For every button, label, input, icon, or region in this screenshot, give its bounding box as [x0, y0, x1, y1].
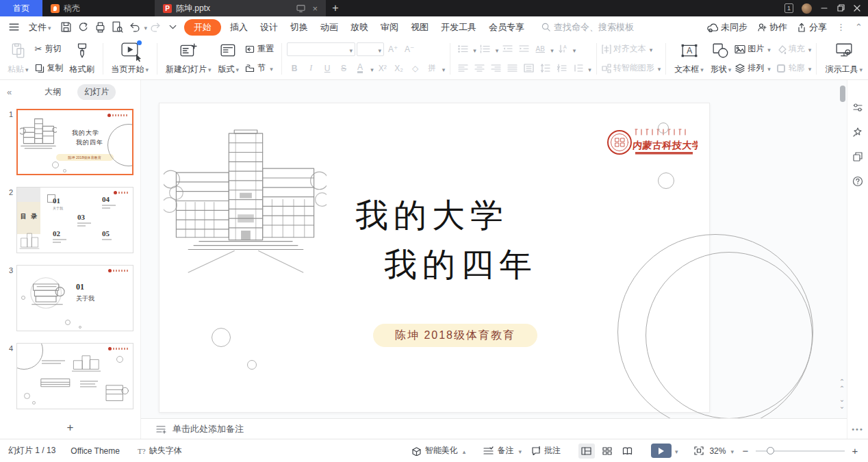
subscript-icon[interactable]	[392, 62, 407, 75]
thumbnail-row-4[interactable]: 4	[4, 343, 136, 409]
minimize-button[interactable]	[820, 4, 828, 12]
line-spacing-increase-icon[interactable]	[537, 62, 552, 75]
underline-icon[interactable]	[320, 62, 335, 75]
thumbnail-row-1[interactable]: 1 我的大学 我的四年 陈坤 2018级体育教育	[4, 109, 136, 175]
tab-home-ribbon[interactable]: 开始	[184, 19, 221, 36]
distribute-icon[interactable]	[521, 62, 536, 75]
zoom-out-button[interactable]: −	[741, 445, 750, 457]
add-slide-button[interactable]: +	[0, 421, 140, 435]
normal-view-button[interactable]	[578, 444, 595, 459]
justify-icon[interactable]	[505, 62, 520, 75]
notes-button[interactable]: 备注	[483, 445, 522, 457]
slide-thumbnail-1[interactable]: 我的大学 我的四年 陈坤 2018级体育教育	[16, 109, 133, 175]
redo-icon[interactable]	[150, 21, 162, 33]
align-center-icon[interactable]	[472, 62, 487, 75]
strikethrough-icon[interactable]	[336, 62, 351, 75]
screen-share-icon[interactable]	[296, 5, 305, 12]
numbered-list-icon[interactable]	[478, 42, 493, 56]
slide-subtitle[interactable]: 陈坤 2018级体育教育	[373, 324, 537, 347]
cut-button[interactable]: ✂剪切	[32, 41, 66, 57]
tab-design[interactable]: 设计	[254, 19, 284, 36]
fill-button[interactable]: 填充	[776, 41, 812, 57]
slide-thumbnail-4[interactable]	[16, 343, 133, 409]
missing-font-button[interactable]: 缺失字体	[138, 445, 182, 457]
slide-thumbnail-2[interactable]: 目 录 01关于我 04 03 02 05	[16, 187, 133, 253]
command-search[interactable]: 查找命令、搜索模板	[541, 21, 634, 34]
save-icon[interactable]	[60, 21, 72, 33]
increase-font-size-icon[interactable]	[385, 42, 400, 56]
slide-thumbnail-3[interactable]: 01 关于我	[16, 265, 133, 331]
decrease-indent-icon[interactable]	[500, 42, 515, 56]
text-direction-icon[interactable]	[533, 42, 548, 56]
editing-canvas[interactable]: 我的大学 我的四年 陈坤 2018级体育教育 内蒙古科技大学 ⌃⌃ ⌄⌄	[141, 80, 847, 418]
help-icon[interactable]	[852, 176, 863, 187]
avatar[interactable]	[802, 3, 812, 14]
play-from-current-button[interactable]: 当页开始	[108, 41, 153, 77]
vertical-scrollbar[interactable]	[840, 86, 845, 102]
theme-name[interactable]: Office Theme	[71, 446, 120, 456]
beautify-wand-icon[interactable]	[852, 127, 863, 138]
tab-insert[interactable]: 插入	[224, 19, 254, 36]
hamburger-menu-icon[interactable]	[8, 21, 20, 33]
line-spacing-icon[interactable]	[570, 62, 585, 75]
print-preview-icon[interactable]	[112, 21, 123, 33]
italic-icon[interactable]	[303, 62, 318, 75]
tab-document[interactable]: P 陈坤.pptx ×	[155, 0, 326, 16]
presentation-tools-button[interactable]: 演示工具	[821, 41, 866, 77]
reset-button[interactable]: 重置	[242, 41, 277, 57]
tab-transitions[interactable]: 切换	[284, 19, 314, 36]
new-tab-button[interactable]: +	[326, 0, 345, 16]
close-tab-icon[interactable]: ×	[312, 3, 318, 14]
tab-animation[interactable]: 动画	[314, 19, 344, 36]
more-options-icon[interactable]: ⋮	[837, 22, 845, 32]
decrease-font-size-icon[interactable]	[402, 42, 417, 56]
tab-view[interactable]: 视图	[405, 19, 435, 36]
superscript-icon[interactable]	[375, 62, 390, 75]
smart-beautify-button[interactable]: 智能美化	[411, 445, 466, 457]
section-button[interactable]: 节	[242, 60, 277, 77]
slide-sorter-view-button[interactable]	[599, 444, 615, 459]
zoom-in-button[interactable]: +	[850, 445, 860, 457]
sync-status-button[interactable]: 未同步	[707, 21, 748, 34]
customize-toolbar-icon[interactable]	[167, 21, 179, 33]
paste-button[interactable]: 粘贴	[4, 41, 32, 77]
next-slide-icon[interactable]: ⌄⌄	[838, 396, 846, 410]
sort-text-icon[interactable]: A	[555, 42, 570, 56]
zoom-slider[interactable]	[756, 450, 845, 452]
tab-review[interactable]: 审阅	[374, 19, 405, 36]
tab-devtools[interactable]: 开发工具	[435, 19, 483, 36]
more-tools-icon[interactable]: •••	[852, 425, 864, 433]
tab-member[interactable]: 会员专享	[483, 19, 531, 36]
fit-slide-button[interactable]	[694, 446, 704, 455]
arrange-button[interactable]: 排列	[735, 60, 771, 77]
notes-bar[interactable]: 单击此处添加备注	[141, 418, 847, 439]
format-painter-button[interactable]: 格式刷	[66, 41, 98, 77]
align-text-button[interactable]: 对齐文本	[602, 41, 661, 57]
collaborate-button[interactable]: 协作	[757, 21, 787, 34]
zoom-slider-handle[interactable]	[767, 447, 774, 454]
slide-title[interactable]: 我的大学 我的四年	[276, 191, 588, 290]
window-list-button[interactable]: 1	[784, 3, 793, 13]
outline-button[interactable]: 轮廓	[776, 60, 812, 77]
chevron-down-icon[interactable]	[674, 446, 678, 456]
align-left-icon[interactable]	[455, 62, 470, 75]
close-window-button[interactable]	[853, 4, 861, 12]
home-tab[interactable]: 首页	[0, 0, 42, 16]
menu-file[interactable]: 文件	[23, 19, 58, 36]
picture-button[interactable]: 图片	[735, 41, 771, 57]
textbox-button[interactable]: A 文本框	[671, 41, 707, 77]
reading-view-button[interactable]	[620, 444, 636, 459]
bold-icon[interactable]	[287, 62, 302, 75]
thumbnail-row-2[interactable]: 2 目 录 01关于我 04 03 02 05	[4, 187, 136, 253]
font-size-select[interactable]	[357, 42, 384, 56]
tab-slideshow[interactable]: 放映	[344, 19, 374, 36]
convert-smartart-button[interactable]: 转智能图形	[602, 60, 661, 77]
print-icon[interactable]	[94, 21, 106, 33]
align-right-icon[interactable]	[488, 62, 503, 75]
increase-indent-icon[interactable]	[516, 42, 531, 56]
undo-button[interactable]	[126, 21, 148, 33]
font-color-icon[interactable]	[353, 62, 368, 75]
restore-button[interactable]	[837, 4, 845, 12]
font-family-select[interactable]	[287, 42, 355, 56]
duplicate-window-icon[interactable]	[852, 151, 863, 162]
